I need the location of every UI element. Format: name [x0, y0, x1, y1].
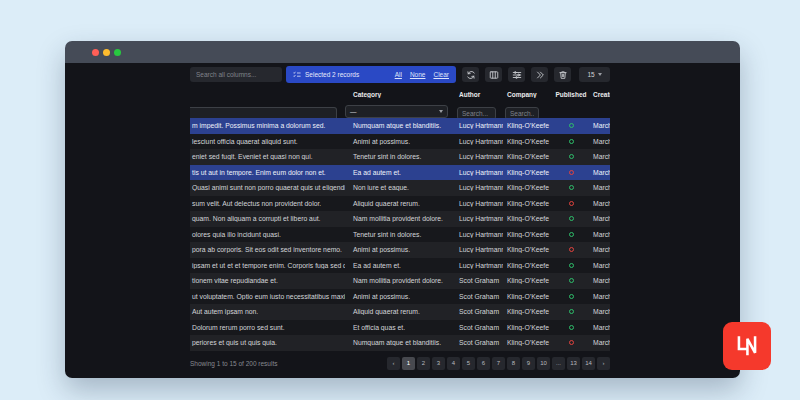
page-button[interactable]: 14	[582, 357, 595, 370]
table-row[interactable]: Quasi animi sunt non porro quaerat quis …	[190, 180, 610, 196]
double-chevron-right-icon	[535, 70, 545, 80]
table-row[interactable]: ipsam et ut et et tempore enim. Corporis…	[190, 258, 610, 274]
expand-button[interactable]	[531, 67, 548, 82]
per-page-select[interactable]: 15	[579, 67, 610, 82]
zoom-window-button[interactable]	[114, 49, 121, 56]
title-filter-input[interactable]	[190, 107, 337, 118]
page-button[interactable]: 3	[432, 357, 445, 370]
cell-created: March	[589, 277, 610, 284]
refresh-button[interactable]	[462, 67, 479, 82]
col-header-created[interactable]: Created	[589, 91, 610, 98]
cell-author: Scot Graham	[455, 308, 503, 315]
cell-company: Kling-O’Keefe	[503, 200, 553, 207]
col-header-company[interactable]: Company	[503, 91, 553, 98]
page-button[interactable]: 8	[507, 357, 520, 370]
red-circle-icon	[569, 247, 574, 252]
green-circle-icon	[569, 154, 574, 159]
table-row[interactable]: eniet sed fugit. Eveniet et quasi non qu…	[190, 149, 610, 165]
cell-created: March	[589, 184, 610, 191]
ln-mark-icon	[730, 329, 764, 363]
cell-created: March	[589, 138, 610, 145]
green-circle-icon	[569, 325, 574, 330]
filters-button[interactable]	[508, 67, 525, 82]
window-titlebar	[65, 41, 740, 63]
table-row[interactable]: pora ab corporis. Sit eos odit sed inven…	[190, 242, 610, 258]
category-filter-value: —	[350, 108, 357, 115]
clear-selection-link[interactable]: Clear	[433, 71, 449, 78]
table-row[interactable]: Dolorum rerum porro sed sunt.Et officia …	[190, 320, 610, 336]
cell-category: Tenetur sint in dolores.	[345, 231, 455, 238]
table-body: m impedit. Possimus minima a dolorum sed…	[190, 118, 610, 351]
cell-title: Aut autem ipsam non.	[190, 308, 345, 315]
sliders-icon	[512, 70, 522, 80]
table-toolbar: Selected 2 records All None Clear	[190, 66, 610, 83]
cell-title: ut voluptatem. Optio eum iusto necessita…	[190, 293, 345, 300]
cell-published	[553, 201, 589, 206]
cell-category: Ea ad autem et.	[345, 169, 455, 176]
cell-title: tis ut aut in tempore. Enim eum dolor no…	[190, 169, 345, 176]
cell-author: Lucy Hartmann	[455, 231, 503, 238]
cell-published	[553, 154, 589, 159]
col-header-author[interactable]: Author	[455, 91, 503, 98]
table-row[interactable]: lesciunt officia quaerat aliquid sunt.An…	[190, 134, 610, 150]
author-filter-input[interactable]	[457, 107, 496, 118]
page-button[interactable]: 10	[537, 357, 550, 370]
page-button[interactable]: 1	[402, 357, 415, 370]
table-row[interactable]: sum velit. Aut delectus non provident do…	[190, 196, 610, 212]
cell-title: pora ab corporis. Sit eos odit sed inven…	[190, 246, 345, 253]
prev-page-button[interactable]: ‹	[387, 357, 400, 370]
col-header-published[interactable]: Published	[553, 91, 589, 98]
columns-button[interactable]	[485, 67, 502, 82]
cell-author: Lucy Hartmann	[455, 153, 503, 160]
cell-author: Lucy Hartmann	[455, 184, 503, 191]
select-none-link[interactable]: None	[410, 71, 426, 78]
close-window-button[interactable]	[92, 49, 99, 56]
table-row[interactable]: tis ut aut in tempore. Enim eum dolor no…	[190, 165, 610, 181]
page-button[interactable]: 5	[462, 357, 475, 370]
page-button[interactable]: 4	[447, 357, 460, 370]
page-button[interactable]: 9	[522, 357, 535, 370]
cell-published	[553, 216, 589, 221]
table-row[interactable]: tionem vitae repudiandae et.Nam mollitia…	[190, 273, 610, 289]
cell-published	[553, 278, 589, 283]
page-button[interactable]: 6	[477, 357, 490, 370]
search-input[interactable]	[190, 67, 282, 82]
cell-company: Kling-O’Keefe	[503, 339, 553, 346]
page-button[interactable]: 7	[492, 357, 505, 370]
cell-published	[553, 294, 589, 299]
cell-company: Kling-O’Keefe	[503, 324, 553, 331]
cell-created: March	[589, 293, 610, 300]
columns-icon	[489, 70, 499, 80]
table-row[interactable]: Aut autem ipsam non.Aliquid quaerat reru…	[190, 304, 610, 320]
table-row[interactable]: periores et quis ut quis quia.Numquam at…	[190, 335, 610, 351]
next-page-button[interactable]: ›	[597, 357, 610, 370]
category-filter-select[interactable]: —	[345, 105, 448, 118]
cell-title: lesciunt officia quaerat aliquid sunt.	[190, 138, 345, 145]
col-header-category[interactable]: Category	[345, 91, 455, 98]
select-all-link[interactable]: All	[395, 71, 402, 78]
cell-created: March	[589, 200, 610, 207]
pagination: ‹12345678910...1314›	[387, 357, 610, 370]
table-row[interactable]: olores quia illo incidunt quasi.Tenetur …	[190, 227, 610, 243]
cell-title: ipsam et ut et et tempore enim. Corporis…	[190, 262, 345, 269]
cell-author: Lucy Hartmann	[455, 122, 503, 129]
company-filter-input[interactable]	[505, 107, 539, 118]
green-circle-icon	[569, 139, 574, 144]
cell-title: olores quia illo incidunt quasi.	[190, 231, 345, 238]
table-row[interactable]: m impedit. Possimus minima a dolorum sed…	[190, 118, 610, 134]
page-button[interactable]: 2	[417, 357, 430, 370]
green-circle-icon	[569, 309, 574, 314]
app-window: Selected 2 records All None Clear	[65, 41, 740, 378]
table-row[interactable]: quam. Non aliquam a corrupti et libero a…	[190, 211, 610, 227]
cell-category: Animi at possimus.	[345, 246, 455, 253]
table-row[interactable]: ut voluptatem. Optio eum iusto necessita…	[190, 289, 610, 305]
table-filter-row: —	[190, 102, 610, 118]
cell-created: March	[589, 153, 610, 160]
cell-published	[553, 139, 589, 144]
minimize-window-button[interactable]	[103, 49, 110, 56]
trash-icon	[558, 70, 568, 80]
cell-author: Scot Graham	[455, 277, 503, 284]
delete-button[interactable]	[554, 67, 571, 82]
caret-down-icon	[598, 73, 602, 76]
page-button[interactable]: 13	[567, 357, 580, 370]
